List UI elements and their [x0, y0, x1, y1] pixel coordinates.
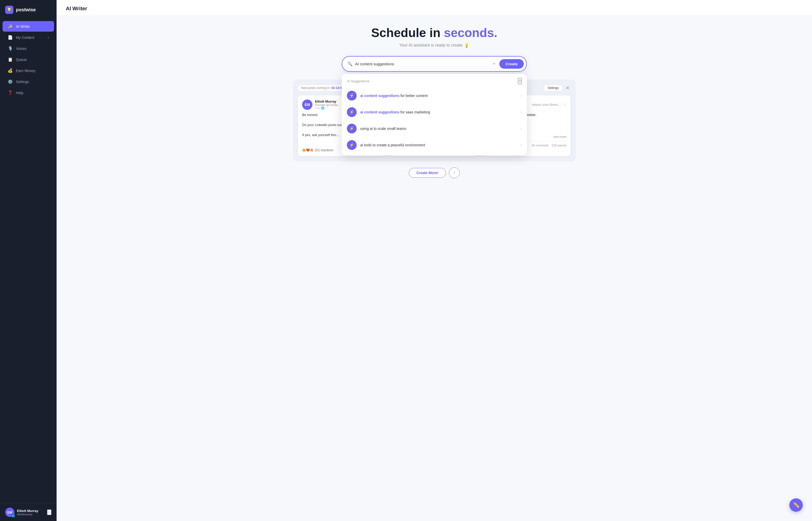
posts-timer: New posts coming in: 03:18:51	[298, 85, 347, 91]
fab-icon: ✏️	[793, 502, 800, 508]
dropdown-close-button[interactable]: ×	[518, 78, 522, 84]
sidebar-item-queue[interactable]: 📋 Queue	[3, 54, 54, 65]
dropdown-header: AI Suggestions ×	[342, 78, 527, 87]
suggestion-item-3[interactable]: ⚡ using ai to scale small teams ›	[342, 120, 527, 137]
main-header: AI Writer	[56, 0, 812, 16]
avatar: EM in	[5, 507, 15, 517]
suggestion-arrow-1: ›	[520, 93, 522, 98]
hero-title-part1: Schedule in	[371, 26, 444, 40]
footer-user-handle: elliottmurray	[17, 513, 45, 516]
nav-icon-settings: ⚙️	[8, 79, 13, 84]
logo-icon: 💡	[5, 6, 14, 14]
nav-icon-queue: 📋	[8, 57, 13, 62]
hero-subtitle-text: Your AI assistant is ready to create	[399, 43, 463, 48]
posts-settings-button[interactable]: Settings	[544, 85, 563, 91]
suggestion-item-1[interactable]: ⚡ ai content suggestions for better cont…	[342, 87, 527, 104]
sidebar-footer: EM in Elliott Murray elliottmurray ···	[0, 503, 56, 521]
footer-user-info: Elliott Murray elliottmurray	[17, 509, 45, 516]
hero-title-accent: seconds.	[444, 26, 497, 40]
page-title: AI Writer	[66, 6, 803, 12]
nav-icon-voices: 🎙️	[8, 46, 13, 51]
nav-icon-help: ❓	[8, 90, 13, 95]
main-area: AI Writer Schedule in seconds. Your AI a…	[56, 0, 812, 521]
dropdown-title: AI Suggestions	[347, 79, 369, 83]
sidebar-item-voices[interactable]: 🎙️ Voices	[3, 43, 54, 54]
nav-label-queue: Queue	[16, 58, 27, 62]
clear-button[interactable]: ×	[491, 61, 497, 67]
suggestions-dropdown: AI Suggestions × ⚡ ai content suggestion…	[342, 74, 527, 155]
suggestion-text-4: ai tools to create a peaceful environmen…	[360, 143, 517, 147]
app-name: postwise	[16, 7, 36, 13]
suggestion-bolt-1: ⚡	[347, 91, 357, 100]
sidebar-nav: ✨ AI Writer 📄 My Content › 🎙️ Voices 📋 Q…	[0, 19, 56, 503]
sidebar-item-my-content[interactable]: 📄 My Content ›	[3, 32, 54, 43]
search-box: 🔍 × Create	[342, 56, 527, 72]
scroll-up-button[interactable]: ↑	[449, 167, 460, 178]
star-button-3[interactable]: ☆	[563, 102, 566, 107]
bottom-actions: Create More! ↑	[409, 167, 460, 178]
suggestion-arrow-3: ›	[520, 126, 522, 131]
app-logo[interactable]: 💡 postwise	[0, 0, 56, 19]
sidebar-item-earn-money[interactable]: 💰 Earn Money	[3, 65, 54, 76]
posts-close-button[interactable]: ✕	[565, 85, 571, 91]
suggestion-text-2: ai content suggestions for saas marketin…	[360, 110, 517, 114]
create-button[interactable]: Create	[499, 59, 524, 69]
post-stats-3: 26 comments 128 reposts	[532, 144, 566, 147]
posts-actions: Settings ✕	[544, 85, 571, 91]
suggestion-items: ⚡ ai content suggestions for better cont…	[342, 87, 527, 153]
nav-arrow-my-content: ›	[48, 36, 49, 39]
sidebar-item-ai-writer[interactable]: ✨ AI Writer	[3, 21, 54, 31]
linkedin-badge: in	[11, 514, 15, 517]
nav-label-help: Help	[16, 91, 23, 95]
search-input[interactable]	[355, 62, 489, 66]
sidebar-item-help[interactable]: ❓ Help	[3, 87, 54, 98]
nav-label-earn-money: Earn Money	[16, 69, 35, 73]
suggestion-item-2[interactable]: ⚡ ai content suggestions for saas market…	[342, 104, 527, 120]
footer-user-name: Elliott Murray	[17, 509, 45, 513]
timer-label: New posts coming in:	[301, 86, 330, 90]
suggestion-arrow-4: ›	[520, 143, 522, 148]
hero-subtitle-icon: 💡	[464, 43, 469, 48]
hero-title: Schedule in seconds.	[371, 26, 497, 40]
suggestion-item-4[interactable]: ⚡ ai tools to create a peaceful environm…	[342, 137, 527, 153]
nav-label-voices: Voices	[16, 47, 26, 51]
post-avatar-1: EM	[302, 99, 312, 110]
sidebar-item-settings[interactable]: ⚙️ Settings	[3, 76, 54, 87]
suggestion-arrow-2: ›	[520, 110, 522, 114]
nav-label-my-content: My Content	[16, 36, 34, 40]
suggestion-text-1: ai content suggestions for better conten…	[360, 94, 517, 98]
nav-icon-ai-writer: ✨	[8, 24, 13, 29]
create-more-button[interactable]: Create More!	[409, 168, 446, 178]
suggestion-bolt-2: ⚡	[347, 107, 357, 117]
fab-button[interactable]: ✏️	[789, 498, 803, 512]
search-icon: 🔍	[347, 62, 352, 66]
post-reactions-1: 😊❤️🔥 221 reactions	[302, 149, 333, 152]
hero-subtitle: Your AI assistant is ready to create 💡	[399, 43, 469, 48]
sidebar: 💡 postwise ✨ AI Writer 📄 My Content › 🎙️…	[0, 0, 56, 521]
main-content: Schedule in seconds. Your AI assistant i…	[56, 16, 812, 521]
nav-icon-earn-money: 💰	[8, 68, 13, 73]
nav-icon-my-content: 📄	[8, 35, 13, 40]
suggestion-bolt-3: ⚡	[347, 124, 357, 134]
suggestion-bolt-4: ⚡	[347, 140, 357, 150]
helped-label-3: Helped Justin Bieber...	[532, 103, 560, 106]
footer-menu-button[interactable]: ···	[47, 509, 51, 515]
nav-label-settings: Settings	[16, 80, 29, 84]
nav-label-ai-writer: AI Writer	[16, 24, 30, 28]
search-container: 🔍 × Create AI Suggestions × ⚡ ai content…	[342, 56, 527, 72]
suggestion-text-3: using ai to scale small teams	[360, 127, 517, 131]
